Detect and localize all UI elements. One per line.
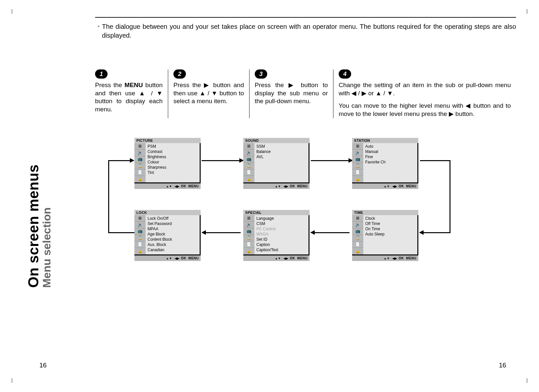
- menu-item: Balance: [256, 149, 307, 154]
- menu-item-column: Lock On/OffSet PasswordMPAAAge BlockCont…: [146, 215, 200, 254]
- step-3: 3 Press the ▶ button to display the sub …: [249, 69, 333, 118]
- leftright-icon: ◀▶: [284, 257, 289, 260]
- menu-item: Auto: [365, 144, 415, 149]
- step-text: Press the MENU button and then use ▲ / ▼…: [95, 81, 163, 114]
- step-1: 1 Press the MENU button and then use ▲ /…: [95, 69, 168, 118]
- crop-mark: [12, 9, 16, 14]
- footer-ok: OK: [290, 184, 295, 188]
- menu-special: SPECIAL⊞🔈📺⌛📑🔒LanguageCSMPC ControlWXGASe…: [243, 210, 309, 261]
- menu-category-icon: 📑: [352, 169, 363, 176]
- menu-footer: ▲▼◀▶OK MENU: [243, 255, 309, 261]
- menu-category-icon: 🔈: [352, 150, 363, 156]
- flow-line: [449, 160, 450, 233]
- menu-item: Tint: [148, 170, 198, 175]
- menu-item: Manual: [365, 149, 415, 154]
- menu-item: WXGA: [256, 232, 307, 237]
- step-badge: 4: [339, 69, 351, 79]
- menu-category-icon: 🔈: [134, 222, 146, 228]
- intro-block: - The dialogue between you and your set …: [95, 17, 516, 40]
- footer-menu: MENU: [297, 184, 308, 188]
- menu-item: Aux. Block: [148, 242, 198, 247]
- menu-item: Off Time: [365, 221, 415, 226]
- menu-category-icon: 📺: [243, 228, 254, 235]
- menu-category-icon: 🔒: [243, 176, 254, 182]
- menu-category-icon: 🔈: [243, 150, 254, 156]
- footer-ok: OK: [290, 256, 295, 260]
- menu-picture: PICTURE⊞🔈📺⌛📑🔒PSMContrastBrightnessColour…: [134, 138, 201, 189]
- menu-category-icon: 📑: [134, 241, 146, 248]
- leftright-icon: ◀▶: [392, 257, 397, 260]
- menu-item: On Time: [365, 226, 415, 232]
- menu-station: STATION⊞🔈📺⌛📑🔒AutoManualFineFavorite Ch▲▼…: [352, 138, 418, 189]
- menu-category-icon: ⊞: [243, 215, 254, 222]
- step-text: Change the setting of an item in the sub…: [339, 81, 511, 97]
- menu-item: Brightness: [148, 154, 198, 159]
- menu-item: Fine: [365, 154, 415, 159]
- crop-mark: [523, 9, 527, 14]
- flow-line: [108, 160, 109, 233]
- leftright-icon: ◀▶: [392, 185, 397, 188]
- menu-diagram: PICTURE⊞🔈📺⌛📑🔒PSMContrastBrightnessColour…: [102, 138, 516, 302]
- menu-lock: LOCK⊞🔈📺⌛📑🔒Lock On/OffSet PasswordMPAAAge…: [134, 210, 201, 261]
- menu-footer: ▲▼◀▶OK MENU: [243, 183, 309, 189]
- menu-item: Clock: [365, 216, 415, 221]
- intro-text: The dialogue between you and your set ta…: [102, 22, 516, 40]
- menu-item-column: LanguageCSMPC ControlWXGASet IDCaptionCa…: [254, 215, 309, 254]
- menu-category-icon: 📑: [243, 169, 254, 176]
- footer-ok: OK: [399, 256, 404, 260]
- menu-item-column: SSMBalanceAVL: [254, 143, 309, 182]
- menu-time: TIME⊞🔈📺⌛📑🔒ClockOff TimeOn TimeAuto Sleep…: [352, 210, 418, 261]
- menu-category-icon: ⌛: [134, 235, 146, 241]
- updown-icon: ▲▼: [166, 257, 172, 260]
- step-badge: 1: [95, 69, 108, 79]
- menu-title: SOUND: [243, 138, 309, 143]
- menu-item: Set ID: [256, 237, 307, 242]
- menu-category-icon: ⊞: [352, 143, 363, 150]
- menu-category-icon: 📑: [134, 169, 146, 176]
- menu-item: Auto Sleep: [365, 232, 415, 237]
- menu-item-column: PSMContrastBrightnessColourSharpnessTint: [146, 143, 200, 182]
- menu-category-icon: 🔒: [134, 176, 146, 182]
- step-badge: 2: [173, 69, 186, 79]
- menu-icon-column: ⊞🔈📺⌛📑🔒: [352, 143, 363, 182]
- menu-category-icon: ⌛: [352, 235, 363, 241]
- content: - The dialogue between you and your set …: [95, 17, 519, 372]
- menu-category-icon: ⌛: [243, 163, 254, 169]
- menu-body: ⊞🔈📺⌛📑🔒SSMBalanceAVL: [243, 143, 309, 183]
- step-text: Press the ▶ button and then use ▲ / ▼ bu…: [173, 81, 244, 105]
- flow-line: [108, 160, 130, 161]
- menu-category-icon: 🔒: [243, 248, 254, 254]
- menu-title: STATION: [352, 138, 418, 143]
- menu-category-icon: ⊞: [243, 143, 254, 150]
- menu-title: TIME: [352, 210, 418, 215]
- menu-category-icon: 📺: [352, 156, 363, 163]
- menu-item: Canadian: [148, 247, 198, 252]
- menu-item-column: AutoManualFineFavorite Ch: [363, 143, 417, 182]
- menu-category-icon: 🔈: [134, 150, 146, 156]
- menu-item: AVL: [256, 154, 307, 159]
- menu-title: SPECIAL: [243, 210, 309, 215]
- page-title: On screen menus: [25, 164, 42, 288]
- menu-item-column: ClockOff TimeOn TimeAuto Sleep: [363, 215, 417, 254]
- arrow-left-icon: [419, 230, 424, 235]
- intro-dash: -: [95, 22, 102, 40]
- menu-category-icon: 📑: [243, 241, 254, 248]
- footer-ok: OK: [181, 184, 186, 188]
- menu-footer: ▲▼◀▶OK MENU: [134, 183, 201, 189]
- menu-body: ⊞🔈📺⌛📑🔒Lock On/OffSet PasswordMPAAAge Blo…: [134, 215, 201, 255]
- steps-row: 1 Press the MENU button and then use ▲ /…: [95, 69, 516, 118]
- menu-body: ⊞🔈📺⌛📑🔒PSMContrastBrightnessColourSharpne…: [134, 143, 201, 183]
- page-number: 16: [39, 362, 47, 369]
- menu-item: Caption: [256, 242, 307, 247]
- menu-title: PICTURE: [134, 138, 201, 143]
- menu-category-icon: 📺: [243, 156, 254, 163]
- page-number: 16: [499, 362, 506, 369]
- updown-icon: ▲▼: [384, 257, 390, 260]
- menu-category-icon: 📺: [134, 228, 146, 235]
- menu-icon-column: ⊞🔈📺⌛📑🔒: [352, 215, 363, 254]
- menu-item: MPAA: [148, 226, 198, 232]
- menu-category-icon: 🔒: [352, 176, 363, 182]
- menu-item: Age Block: [148, 232, 198, 237]
- menu-item: Content Block: [148, 237, 198, 242]
- menu-sound: SOUND⊞🔈📺⌛📑🔒SSMBalanceAVL▲▼◀▶OK MENU: [243, 138, 309, 189]
